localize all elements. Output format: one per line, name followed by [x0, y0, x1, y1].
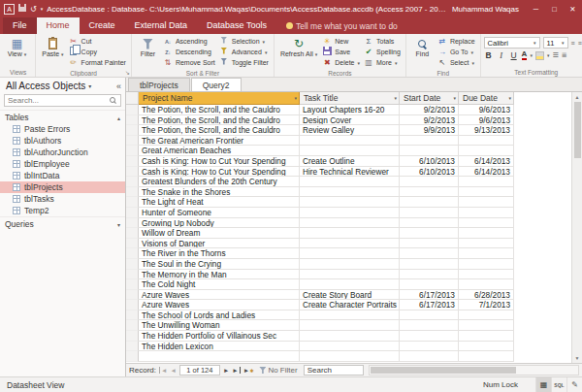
- row-selector[interactable]: [126, 342, 139, 352]
- record-position[interactable]: 1 of 124: [179, 365, 220, 376]
- descending-button[interactable]: Z↓Descending: [161, 47, 217, 57]
- cell[interactable]: The Soul in the Crying: [139, 259, 300, 270]
- align-left-icon[interactable]: ≡: [571, 40, 575, 47]
- cell[interactable]: [300, 351, 400, 362]
- cell[interactable]: 7/1/2013: [459, 300, 514, 310]
- cell[interactable]: [300, 197, 400, 208]
- cell[interactable]: The Potion, the Scroll, and the Cauldro: [139, 115, 300, 126]
- doc-tab-query2[interactable]: Query2: [191, 78, 242, 91]
- tab-database-tools[interactable]: Database Tools: [197, 17, 276, 34]
- cell[interactable]: The Potion, the Scroll, and the Cauldro: [139, 105, 300, 115]
- cell[interactable]: [400, 239, 459, 249]
- cell[interactable]: [400, 208, 459, 218]
- cell[interactable]: Growing Up Nobody: [139, 218, 300, 229]
- advanced-button[interactable]: Advanced▾: [217, 47, 271, 57]
- cell[interactable]: [459, 208, 514, 218]
- cell[interactable]: [300, 320, 400, 331]
- cell[interactable]: 9/6/2013: [459, 105, 514, 115]
- cell[interactable]: 9/2/2013: [400, 105, 459, 115]
- cell[interactable]: 6/17/2013: [400, 290, 459, 301]
- cell[interactable]: The River in the Thorns: [139, 248, 300, 259]
- row-selector[interactable]: [126, 208, 139, 218]
- cell[interactable]: 6/14/2013: [459, 156, 514, 167]
- view-button[interactable]: ▦ View ▾: [4, 35, 30, 68]
- font-size-combo[interactable]: 11▾: [543, 37, 568, 49]
- filter-status-button[interactable]: No Filter: [259, 366, 297, 375]
- row-selector[interactable]: [126, 115, 139, 126]
- cell[interactable]: Create Character Portraits: [300, 300, 400, 310]
- scroll-up-icon[interactable]: ▲: [575, 92, 580, 102]
- totals-button[interactable]: ΣTotals: [362, 36, 403, 47]
- sql-view-button[interactable]: SQL: [551, 377, 566, 392]
- tell-me-box[interactable]: Tell me what you want to do: [286, 17, 398, 34]
- cell[interactable]: [459, 248, 514, 259]
- cell[interactable]: 6/28/2013: [459, 290, 514, 301]
- design-view-button[interactable]: ✎: [566, 377, 582, 392]
- cell[interactable]: [400, 320, 459, 331]
- nav-section-tables[interactable]: Tables ▴: [0, 110, 125, 123]
- cell[interactable]: Hunter of Someone: [139, 208, 300, 218]
- datasheet-view-button[interactable]: ▦: [535, 377, 551, 392]
- cell[interactable]: The Snake in the Shores: [139, 187, 300, 198]
- cell[interactable]: 9/6/2013: [459, 115, 514, 126]
- horizontal-scrollbar[interactable]: [369, 365, 579, 376]
- delete-record-button[interactable]: ✖Delete▾: [320, 57, 362, 68]
- new-blank-record-button[interactable]: ►✱: [243, 365, 254, 376]
- row-selector[interactable]: [126, 218, 139, 229]
- font-name-combo[interactable]: Calibri▾: [484, 37, 540, 49]
- cell[interactable]: [400, 248, 459, 259]
- row-selector[interactable]: [126, 300, 139, 310]
- ascending-button[interactable]: A↓Ascending: [161, 36, 217, 47]
- cell[interactable]: [459, 331, 514, 342]
- cell[interactable]: [400, 136, 459, 147]
- column-header-project-name[interactable]: Project Name▾: [139, 92, 300, 105]
- cell[interactable]: 6/17/2013: [400, 300, 459, 310]
- minimize-button[interactable]: ─: [527, 0, 545, 17]
- cell[interactable]: [300, 239, 400, 249]
- cell[interactable]: [459, 177, 514, 187]
- spelling-button[interactable]: ✔Spelling: [362, 47, 403, 57]
- format-painter-button[interactable]: ✏Format Painter: [67, 57, 128, 68]
- cell[interactable]: Create Outline: [300, 156, 400, 167]
- previous-record-button[interactable]: ◄: [170, 365, 176, 376]
- cell[interactable]: [300, 208, 400, 218]
- cell[interactable]: The Hidden Lexicon: [139, 342, 300, 352]
- cell[interactable]: [300, 187, 400, 198]
- cell[interactable]: [400, 310, 459, 321]
- signed-in-user[interactable]: Muhammad Waqas: [452, 5, 519, 14]
- cell[interactable]: [400, 342, 459, 352]
- cell[interactable]: Great American Beaches: [139, 146, 300, 156]
- cell[interactable]: [400, 331, 459, 342]
- selection-button[interactable]: Selection▾: [217, 36, 271, 47]
- cell[interactable]: [300, 259, 400, 270]
- first-record-button[interactable]: ◄: [159, 365, 167, 376]
- row-selector[interactable]: [126, 310, 139, 321]
- cell[interactable]: [400, 146, 459, 156]
- cell[interactable]: [459, 279, 514, 290]
- row-selector[interactable]: [126, 320, 139, 331]
- more-button[interactable]: ▥More▾: [362, 57, 403, 68]
- cell[interactable]: [300, 331, 400, 342]
- row-selector[interactable]: [126, 156, 139, 167]
- tab-file[interactable]: File: [3, 17, 37, 34]
- underline-button[interactable]: U: [509, 50, 519, 60]
- cell[interactable]: [400, 218, 459, 229]
- cell[interactable]: [459, 270, 514, 280]
- cell[interactable]: [300, 279, 400, 290]
- tab-home[interactable]: Home: [37, 17, 80, 34]
- remove-sort-button[interactable]: ⇅Remove Sort: [161, 57, 217, 68]
- select-all-corner[interactable]: [126, 92, 139, 105]
- vertical-scrollbar-thumb[interactable]: [574, 102, 581, 158]
- row-selector[interactable]: [126, 105, 139, 115]
- cell[interactable]: [400, 279, 459, 290]
- shutter-close-icon[interactable]: «: [116, 82, 121, 91]
- cell[interactable]: [300, 177, 400, 187]
- row-selector[interactable]: [126, 197, 139, 208]
- cell[interactable]: [139, 351, 300, 362]
- cell[interactable]: [400, 197, 459, 208]
- column-header-task-title[interactable]: Task Title▾: [300, 92, 400, 105]
- cell[interactable]: Cash is King: How to Cut Your Spending: [139, 167, 300, 178]
- cell[interactable]: 9/13/2013: [459, 125, 514, 136]
- cell[interactable]: [400, 259, 459, 270]
- nav-item-tblauthorjunction[interactable]: tblAuthorJunction: [0, 147, 125, 158]
